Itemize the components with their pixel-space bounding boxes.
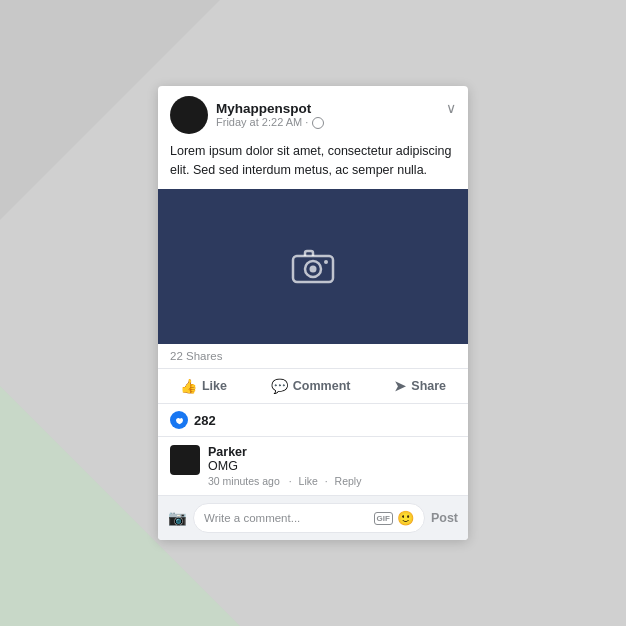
like-badge	[170, 411, 188, 429]
comment-input-field[interactable]: Write a comment... GIF 🙂	[193, 503, 425, 533]
comment-avatar	[170, 445, 200, 475]
comment-time: 30 minutes ago	[208, 475, 280, 487]
shares-label: Shares	[186, 350, 222, 362]
comment-label: Comment	[293, 379, 351, 393]
avatar	[170, 96, 208, 134]
comment-author: Parker	[208, 445, 367, 459]
username: Myhappenspot	[216, 101, 456, 116]
post-text: Lorem ipsum dolor sit amet, consectetur …	[158, 140, 468, 190]
share-label: Share	[411, 379, 446, 393]
comment-meta: 30 minutes ago · Like · Reply	[208, 475, 367, 487]
comment-input-bar: 📷 Write a comment... GIF 🙂 Post	[158, 496, 468, 540]
post-meta: Friday at 2:22 AM ·	[216, 116, 456, 128]
reactions-count: 282	[194, 413, 216, 428]
action-bar: 👍 Like 💬 Comment ➤ Share	[158, 369, 468, 404]
emoji-icon[interactable]: 🙂	[397, 510, 414, 526]
comment-button[interactable]: 💬 Comment	[261, 371, 361, 401]
comment-item: Parker OMG 30 minutes ago · Like · Reply	[170, 445, 456, 487]
like-button[interactable]: 👍 Like	[170, 371, 237, 401]
camera-icon	[291, 246, 335, 288]
shares-bar: 22 Shares	[158, 344, 468, 369]
svg-point-3	[324, 260, 328, 264]
svg-point-2	[310, 265, 317, 272]
shares-count: 22	[170, 350, 183, 362]
comment-reply-link[interactable]: Reply	[335, 475, 362, 487]
reactions-bar: 282	[158, 404, 468, 437]
share-button[interactable]: ➤ Share	[384, 371, 456, 401]
globe-icon	[312, 117, 324, 129]
post-header: Myhappenspot Friday at 2:22 AM · ∨	[158, 86, 468, 140]
header-info: Myhappenspot Friday at 2:22 AM ·	[216, 101, 456, 128]
gif-badge[interactable]: GIF	[374, 512, 393, 525]
post-button[interactable]: Post	[431, 511, 458, 525]
comment-placeholder: Write a comment...	[204, 512, 300, 524]
chevron-down-icon[interactable]: ∨	[446, 100, 456, 116]
comment-section: Parker OMG 30 minutes ago · Like · Reply	[158, 437, 468, 496]
like-label: Like	[202, 379, 227, 393]
like-icon: 👍	[180, 378, 197, 394]
post-card: Myhappenspot Friday at 2:22 AM · ∨ Lorem…	[158, 86, 468, 541]
comment-like-link[interactable]: Like	[299, 475, 318, 487]
comment-input-icons: GIF 🙂	[374, 510, 414, 526]
share-icon: ➤	[394, 378, 406, 394]
comment-body: Parker OMG 30 minutes ago · Like · Reply	[208, 445, 367, 487]
input-camera-icon[interactable]: 📷	[168, 509, 187, 527]
comment-icon: 💬	[271, 378, 288, 394]
comment-text: OMG	[208, 459, 367, 473]
post-image	[158, 189, 468, 344]
post-time: Friday at 2:22 AM ·	[216, 116, 308, 128]
